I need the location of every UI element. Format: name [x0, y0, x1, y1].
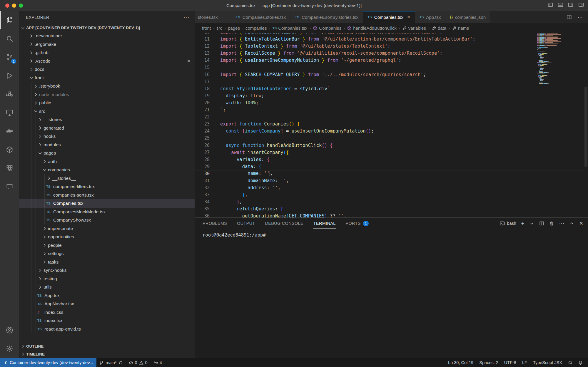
line-number[interactable]: 31: [195, 178, 210, 183]
activity-source-control[interactable]: 1: [0, 48, 19, 66]
tree-item-hooks[interactable]: hooks: [19, 132, 195, 141]
tree-item-stories[interactable]: __stories__: [19, 115, 195, 124]
zoom-window-button[interactable]: [19, 4, 23, 8]
code-line-20[interactable]: 20 width: 100%;: [195, 99, 584, 106]
code-line-21[interactable]: 21`;: [195, 106, 584, 113]
line-number[interactable]: 27: [195, 150, 210, 155]
terminal-profiles-dropdown-icon[interactable]: [529, 221, 534, 226]
tree-item-settings[interactable]: settings: [19, 249, 195, 258]
line-number[interactable]: 23: [195, 121, 210, 127]
close-tab-icon[interactable]: ✕: [407, 15, 410, 19]
activity-explorer[interactable]: [0, 11, 19, 29]
tree-item-pages[interactable]: pages: [19, 149, 195, 157]
timeline-section-header[interactable]: TIMELINE: [19, 350, 195, 358]
code-line-35[interactable]: 35 refetchQueries: [: [195, 205, 584, 212]
panel-tab-output[interactable]: OUTPUT: [237, 218, 255, 229]
close-window-button[interactable]: [5, 4, 9, 8]
line-number[interactable]: 11: [195, 36, 210, 42]
code-editor[interactable]: 10import { WithTopBarContainer } from '@…: [195, 33, 588, 217]
tree-item-tasks[interactable]: tasks: [19, 258, 195, 267]
panel-tab-ports[interactable]: PORTS1: [346, 218, 369, 229]
line-number[interactable]: 21: [195, 107, 210, 113]
code-line-27[interactable]: 27 await insertCompany({: [195, 149, 584, 156]
tree-item-react-app-env-d-ts[interactable]: TSreact-app-env.d.ts: [19, 325, 195, 334]
line-number[interactable]: 28: [195, 157, 210, 162]
activity-extensions[interactable]: [0, 85, 19, 103]
close-panel-icon[interactable]: ✕: [579, 221, 583, 226]
tree-item-ergomake[interactable]: .ergomake: [19, 40, 195, 49]
line-number[interactable]: 36: [195, 213, 210, 217]
tree-item-vscode[interactable]: .vscode: [19, 57, 195, 66]
line-number[interactable]: 24: [195, 128, 210, 134]
status-language-mode[interactable]: TypeScript JSX: [530, 358, 565, 367]
tree-item-storybook[interactable]: .storybook: [19, 82, 195, 91]
tab-companies-tsx[interactable]: TSCompanies.tsx✕: [363, 11, 415, 23]
activity-run-debug[interactable]: [0, 66, 19, 85]
panel-more-actions-icon[interactable]: ⋯: [559, 221, 564, 226]
tree-item-companies[interactable]: companies: [19, 166, 195, 174]
code-line-23[interactable]: 23export function Companies() {: [195, 120, 584, 128]
line-number[interactable]: 20: [195, 100, 210, 105]
line-number[interactable]: 30: [195, 171, 210, 176]
tree-item-impersonate[interactable]: impersonate: [19, 224, 195, 233]
tree-item-testing[interactable]: testing: [19, 275, 195, 283]
tab-companies-sortby-stories-tsx[interactable]: TSCompanies.sortBy.stories.tsx: [290, 11, 363, 23]
line-number[interactable]: 15: [195, 65, 210, 70]
code-line-19[interactable]: 19 display: flex;: [195, 92, 584, 99]
code-line-18[interactable]: 18const StyledTableContainer = styled.di…: [195, 85, 584, 92]
code-line-15[interactable]: 15: [195, 64, 584, 71]
tree-item-github[interactable]: .github: [19, 48, 195, 57]
line-number[interactable]: 33: [195, 192, 210, 197]
tree-item-node-modules[interactable]: node_modules: [19, 91, 195, 99]
activity-search[interactable]: [0, 29, 19, 48]
tree-item-index-tsx[interactable]: TSindex.tsx: [19, 316, 195, 325]
breadcrumb-item-companies-tsx[interactable]: TSCompanies.tsx: [272, 26, 307, 31]
breadcrumb-item-companies[interactable]: companies: [245, 26, 267, 31]
editor-more-actions-icon[interactable]: ⋯: [577, 14, 583, 20]
activity-remote-explorer[interactable]: [0, 103, 19, 122]
line-number[interactable]: 34: [195, 199, 210, 205]
tree-item-companies-tsx[interactable]: TSCompanies.tsx: [19, 199, 195, 208]
panel-tab-debug-console[interactable]: DEBUG CONSOLE: [265, 218, 303, 229]
split-editor-icon[interactable]: [567, 14, 572, 20]
line-number[interactable]: 35: [195, 206, 210, 212]
code-line-11[interactable]: 11import { EntityTableActionBar } from '…: [195, 36, 584, 43]
status-cursor-position[interactable]: Ln 30, Col 19: [445, 358, 476, 367]
tree-item-index-css[interactable]: #index.css: [19, 308, 195, 317]
tree-item-docs[interactable]: docs: [19, 65, 195, 74]
tree-item-companies-filters-tsx[interactable]: TScompanies-filters.tsx: [19, 182, 195, 191]
breadcrumb-item-name[interactable]: name: [452, 26, 469, 31]
line-number[interactable]: 10: [195, 33, 210, 35]
tree-item-companyshow-tsx[interactable]: TSCompanyShow.tsx: [19, 216, 195, 224]
code-line-12[interactable]: 12import { TableContext } from '@/ui/tab…: [195, 43, 584, 50]
split-terminal-icon[interactable]: [539, 221, 544, 226]
toggle-panel-button[interactable]: [558, 2, 563, 9]
terminal-shell-item[interactable]: bash: [500, 221, 516, 226]
workspace-section-header[interactable]: APP [CONTAINER DEV-TWENTY-DEV (DEV-TWENT…: [19, 24, 195, 32]
breadcrumb-item-src[interactable]: src: [216, 26, 222, 31]
tree-item-generated[interactable]: generated: [19, 124, 195, 133]
breadcrumb-item-data[interactable]: data: [432, 26, 446, 31]
tree-item-appnavbar-tsx[interactable]: TSAppNavbar.tsx: [19, 300, 195, 308]
minimap[interactable]: [537, 33, 574, 84]
tree-item-sync-hooks[interactable]: sync-hooks: [19, 266, 195, 275]
code-line-33[interactable]: 33 },: [195, 191, 584, 198]
breadcrumb-item-handleaddbuttonclick[interactable]: handleAddButtonClick: [347, 26, 397, 31]
status-indentation[interactable]: Spaces: 2: [476, 358, 501, 367]
terminal-content[interactable]: root@0a42ecd84891:/app#: [195, 229, 588, 358]
tree-item-front[interactable]: front: [19, 74, 195, 82]
tree-item-people[interactable]: people: [19, 241, 195, 250]
tab-app-tsx[interactable]: TSApp.tsx: [415, 11, 446, 23]
line-number[interactable]: 12: [195, 43, 210, 49]
code-line-30[interactable]: 30 name: '',: [195, 170, 584, 177]
status-eol[interactable]: LF: [519, 358, 530, 367]
code-line-14[interactable]: 14import { useInsertOneCompanyMutation }…: [195, 57, 584, 64]
code-line-26[interactable]: 26 async function handleAddButtonClick()…: [195, 142, 584, 149]
tree-item-utils[interactable]: utils: [19, 283, 195, 291]
kill-terminal-icon[interactable]: [549, 221, 554, 226]
tree-item-stories[interactable]: __stories__: [19, 174, 195, 183]
tree-item-modules[interactable]: modules: [19, 141, 195, 149]
code-line-13[interactable]: 13import { RecoilScope } from '@/ui/util…: [195, 50, 584, 57]
tree-item-devcontainer[interactable]: .devcontainer: [19, 32, 195, 40]
panel-tab-terminal[interactable]: TERMINAL: [313, 218, 336, 229]
